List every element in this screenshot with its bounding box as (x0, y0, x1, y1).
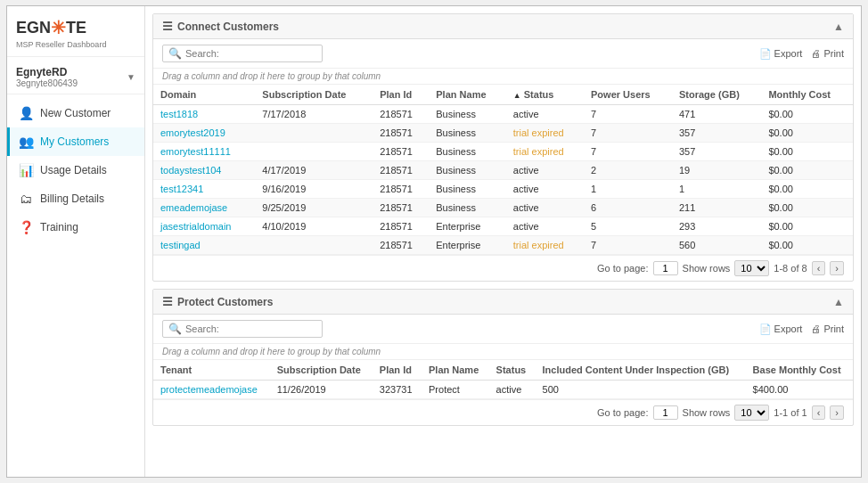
table-row[interactable]: emorytest11111 218571 Business trial exp… (153, 143, 853, 161)
cell-plan-name: Business (429, 143, 506, 161)
protect-search-box[interactable]: 🔍 (162, 320, 323, 338)
connect-search-box[interactable]: 🔍 (162, 45, 323, 62)
connect-prev-page-button[interactable]: ‹ (812, 261, 826, 275)
col-domain[interactable]: Domain (153, 85, 255, 105)
connect-table: Domain Subscription Date Plan Id Plan Na… (153, 85, 853, 255)
cell-monthly-cost: $0.00 (761, 180, 853, 199)
connect-page-input[interactable] (653, 261, 678, 275)
cell-power-users: 7 (584, 143, 672, 161)
protect-prev-page-button[interactable]: ‹ (812, 405, 826, 420)
protect-print-button[interactable]: 🖨 Print (811, 323, 844, 334)
protect-col-tenant[interactable]: Tenant (153, 360, 270, 381)
table-row[interactable]: emorytest2019 218571 Business trial expi… (153, 124, 853, 143)
cell-power-users: 1 (584, 180, 672, 199)
protect-table: Tenant Subscription Date Plan Id Plan Na… (153, 360, 853, 399)
table-row[interactable]: jasestrialdomain 4/10/2019 218571 Enterp… (153, 217, 853, 236)
cell-domain: test1818 (153, 105, 255, 124)
cell-monthly-cost: $0.00 (761, 236, 853, 255)
cell-status: active (506, 217, 584, 236)
sidebar-item-new-customer[interactable]: 👤 New Customer (7, 99, 144, 127)
protect-next-page-button[interactable]: › (830, 405, 844, 420)
sidebar-item-my-customers[interactable]: 👥 My Customers (7, 127, 144, 156)
protect-search-icon: 🔍 (168, 323, 182, 335)
cell-sub-date: 4/10/2019 (255, 217, 373, 236)
protect-go-to-page-label: Go to page: (597, 407, 649, 418)
protect-page-input[interactable] (653, 405, 678, 420)
cell-sub-date (255, 124, 373, 143)
connect-section-header: ☰ Connect Customers ▲ (153, 14, 853, 39)
connect-section-title: ☰ Connect Customers (162, 20, 279, 33)
protect-col-base-cost[interactable]: Base Monthly Cost (746, 360, 853, 381)
protect-rows-select[interactable]: 10 25 50 (734, 405, 769, 421)
nav-label-my-customers: My Customers (40, 135, 109, 148)
table-row[interactable]: protectemeademojase 11/26/2019 323731 Pr… (153, 381, 853, 399)
user-info: EgnyteRD 3egnyte806439 (16, 66, 78, 88)
protect-toolbar-actions: 📄 Export 🖨 Print (759, 323, 844, 335)
connect-collapse-icon[interactable]: ▲ (833, 20, 844, 33)
protect-customers-panel: ☰ Protect Customers ▲ 🔍 📄 Export 🖨 (152, 289, 854, 426)
cell-sub-date: 11/26/2019 (270, 381, 373, 399)
cell-sub-date (255, 236, 373, 255)
cell-plan-name: Business (429, 124, 506, 143)
col-plan-id[interactable]: Plan Id (373, 85, 429, 105)
logo-star-icon: ✳ (51, 17, 66, 38)
protect-export-button[interactable]: 📄 Export (759, 323, 803, 335)
sidebar-subtitle: MSP Reseller Dashboard (16, 40, 135, 49)
col-monthly-cost[interactable]: Monthly Cost (761, 85, 853, 105)
protect-drag-hint: Drag a column and drop it here to group … (153, 344, 853, 360)
protect-col-status[interactable]: Status (489, 360, 536, 381)
col-storage[interactable]: Storage (GB) (672, 85, 761, 105)
cell-tenant: protectemeademojase (153, 381, 270, 399)
cell-status: active (489, 381, 536, 399)
cell-monthly-cost: $0.00 (761, 124, 853, 143)
connect-search-input[interactable] (185, 48, 316, 59)
table-row[interactable]: test1818 7/17/2018 218571 Business activ… (153, 105, 853, 124)
training-icon: ❓ (19, 220, 33, 234)
protect-col-plan-name[interactable]: Plan Name (422, 360, 489, 381)
cell-monthly-cost: $0.00 (761, 199, 853, 217)
cell-power-users: 5 (584, 217, 672, 236)
sidebar-item-billing-details[interactable]: 🗂 Billing Details (7, 184, 144, 213)
table-row[interactable]: todaystest104 4/17/2019 218571 Business … (153, 161, 853, 180)
connect-rows-select[interactable]: 10 25 50 (734, 260, 769, 276)
cell-domain: emorytest2019 (153, 124, 255, 143)
sidebar-item-usage-details[interactable]: 📊 Usage Details (7, 156, 144, 184)
cell-monthly-cost: $0.00 (761, 161, 853, 180)
cell-plan-id: 323731 (373, 381, 422, 399)
protect-col-plan-id[interactable]: Plan Id (373, 360, 422, 381)
cell-status: active (506, 180, 584, 199)
col-status[interactable]: ▲ Status (506, 85, 584, 105)
cell-domain: testingad (153, 236, 255, 255)
protect-col-sub-date[interactable]: Subscription Date (270, 360, 373, 381)
cell-storage: 1 (672, 180, 761, 199)
protect-search-input[interactable] (185, 323, 316, 334)
nav-label-training: Training (40, 221, 78, 233)
nav-label-new-customer: New Customer (40, 107, 111, 119)
cell-plan-name: Business (429, 180, 506, 199)
connect-export-button[interactable]: 📄 Export (759, 48, 803, 60)
connect-next-page-button[interactable]: › (830, 261, 844, 275)
usage-details-icon: 📊 (19, 163, 33, 177)
cell-domain: todaystest104 (153, 161, 255, 180)
protect-export-icon: 📄 (759, 323, 772, 335)
connect-print-button[interactable]: 🖨 Print (811, 48, 844, 59)
sidebar-item-training[interactable]: ❓ Training (7, 213, 144, 242)
cell-power-users: 7 (584, 236, 672, 255)
table-row[interactable]: test12341 9/16/2019 218571 Business acti… (153, 180, 853, 199)
cell-plan-name: Business (429, 199, 506, 217)
col-power-users[interactable]: Power Users (584, 85, 672, 105)
connect-customers-panel: ☰ Connect Customers ▲ 🔍 📄 Export 🖨 (152, 13, 854, 282)
cell-power-users: 2 (584, 161, 672, 180)
connect-drag-hint: Drag a column and drop it here to group … (153, 69, 853, 85)
protect-col-included[interactable]: Included Content Under Inspection (GB) (536, 360, 746, 381)
col-sub-date[interactable]: Subscription Date (255, 85, 373, 105)
user-menu[interactable]: EgnyteRD 3egnyte806439 ▼ (7, 57, 144, 94)
table-row[interactable]: testingad 218571 Enterprise trial expire… (153, 236, 853, 255)
cell-included: 500 (536, 381, 746, 399)
col-plan-name[interactable]: Plan Name (429, 85, 506, 105)
cell-plan-id: 218571 (373, 161, 429, 180)
cell-status: active (506, 161, 584, 180)
table-row[interactable]: emeademojase 9/25/2019 218571 Business a… (153, 199, 853, 217)
userid: 3egnyte806439 (16, 78, 78, 88)
protect-collapse-icon[interactable]: ▲ (833, 296, 844, 308)
